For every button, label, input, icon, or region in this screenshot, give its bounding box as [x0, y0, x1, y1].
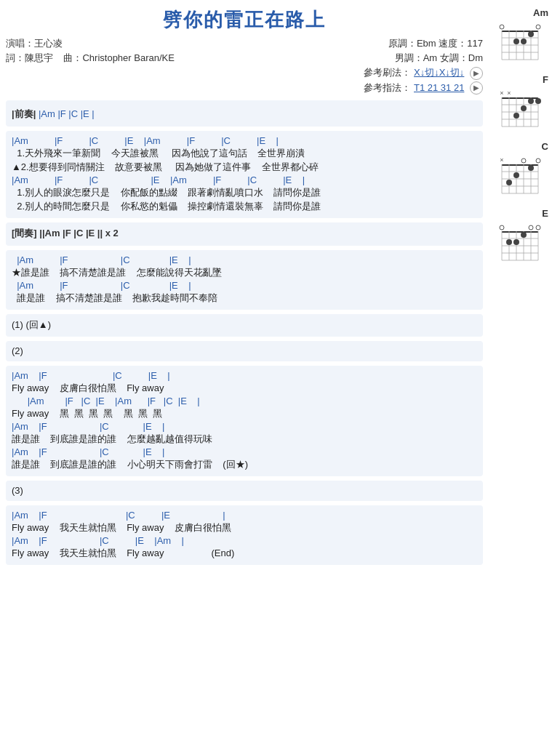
- line-part2-4: |Am |F |C |E |: [12, 421, 477, 432]
- section-part3-header: (3): [6, 481, 483, 501]
- svg-point-13: [513, 39, 519, 44]
- line-part3-3: Fly away 我天生就怕黑 Fly away (End): [12, 547, 477, 560]
- line-verse1-5: 2.別人的時間怎麼只是 你私慾的魁儡 操控劇情還裝無辜 請問你是誰: [12, 200, 477, 213]
- line-part2-2: |Am |F |C |E |Am |F |C |E |: [12, 396, 477, 406]
- sections-container: |Am |F |C |E |Am |F |C |E | 1.天外飛來一筆新聞 今…: [6, 131, 483, 565]
- chord-diagrams-panel: AmF××C×E: [489, 7, 554, 569]
- svg-rect-53: [502, 231, 538, 233]
- pick-line: 參考指法： T1 21 31 21 ▶: [323, 81, 483, 95]
- song-title: 劈你的雷正在路上: [6, 7, 483, 33]
- strum-play-button[interactable]: ▶: [470, 67, 483, 80]
- svg-point-12: [500, 25, 504, 29]
- svg-point-31: [513, 113, 519, 119]
- section-interlude: [間奏] ||Am |F |C |E || x 2: [6, 222, 483, 246]
- line-part2-7: 誰是誰 到底誰是誰的誰 小心明天下雨會打雷 (回★): [12, 458, 477, 471]
- line-part2-header-0: (2): [12, 345, 477, 356]
- svg-point-51: [528, 165, 534, 171]
- svg-text:×: ×: [507, 89, 511, 97]
- line-verse1-0: |Am |F |C |E |Am |F |C |E |: [12, 135, 477, 146]
- svg-point-49: [513, 172, 519, 178]
- line-part2-5: 誰是誰 到底誰是誰的誰 怎麼越亂越值得玩味: [12, 433, 477, 446]
- svg-rect-0: [502, 31, 538, 32]
- chord-diagram-am: Am: [492, 7, 554, 64]
- svg-point-67: [513, 239, 519, 245]
- svg-text:×: ×: [500, 156, 503, 164]
- line-part3-2: |Am |F |C |E |Am |: [12, 535, 477, 546]
- line-chorus-3: 誰是誰 搞不清楚誰是誰 抱歉我趁時間不奉陪: [12, 292, 477, 305]
- svg-point-48: [506, 180, 512, 185]
- key-line: 男調：Am 女調：Dm: [323, 52, 483, 65]
- svg-text:×: ×: [500, 89, 503, 97]
- lyricist-label: 詞：陳思宇: [6, 52, 53, 63]
- line-part3-1: Fly away 我天生就怕黑 Fly away 皮膚白很怕黑: [12, 521, 477, 534]
- line-chorus-2: |Am |F |C |E |: [12, 280, 477, 291]
- intro-line: |前奏| |Am |F |C |E |: [12, 108, 477, 121]
- svg-point-65: [500, 225, 504, 230]
- pick-pattern[interactable]: T1 21 31 21: [414, 82, 464, 93]
- svg-rect-17: [502, 97, 538, 99]
- line-part2-0: |Am |F |C |E |: [12, 370, 477, 381]
- credits-line: 詞：陳思宇 曲：Christopher Baran/KE: [6, 52, 323, 65]
- line-part3-header-0: (3): [12, 485, 477, 496]
- svg-point-15: [528, 31, 534, 37]
- svg-point-16: [536, 25, 540, 29]
- section-verse1: |Am |F |C |E |Am |F |C |E | 1.天外飛來一筆新聞 今…: [6, 131, 483, 218]
- line-part2-3: Fly away 黑 黑 黑 黑 黑 黑 黑: [12, 407, 477, 420]
- svg-point-34: [535, 98, 541, 104]
- svg-rect-35: [502, 164, 538, 166]
- chord-diagram-f: F××: [492, 74, 554, 131]
- strum-pattern[interactable]: X↓切↓X↓切↓: [414, 67, 464, 78]
- svg-point-14: [521, 39, 527, 44]
- chord-name-e: E: [492, 208, 554, 219]
- line-part2-1: Fly away 皮膚白很怕黑 Fly away: [12, 382, 477, 395]
- line-chorus-1: ★誰是誰 搞不清楚誰是誰 怎麼能說得天花亂墜: [12, 266, 477, 279]
- svg-point-68: [521, 232, 527, 238]
- section-repeat: (1) (回▲): [6, 314, 483, 337]
- chord-diagram-c: C×: [492, 141, 554, 198]
- chord-name-f: F: [492, 74, 554, 85]
- line-verse1-4: 1.別人的眼淚怎麼只是 你配飯的點綴 跟著劇情亂噴口水 請問你是誰: [12, 186, 477, 199]
- section-chorus: |Am |F |C |E |★誰是誰 搞不清楚誰是誰 怎麼能說得天花亂墜 |Am…: [6, 250, 483, 310]
- chord-name-am: Am: [492, 7, 554, 18]
- line-interlude-0: [間奏] ||Am |F |C |E || x 2: [12, 227, 477, 240]
- chord-name-c: C: [492, 141, 554, 152]
- line-repeat-0: (1) (回▲): [12, 318, 477, 332]
- svg-point-66: [506, 239, 512, 245]
- chord-diagram-e: E: [492, 208, 554, 265]
- svg-point-52: [536, 159, 540, 163]
- line-verse1-2: ▲2.想要得到同情關注 故意要被黑 因為她做了這件事 全世界都心碎: [12, 161, 477, 174]
- strum-line: 參考刷法： X↓切↓X↓切↓ ▶: [323, 66, 483, 80]
- line-part3-0: |Am |F |C |E |: [12, 510, 477, 521]
- svg-point-69: [529, 225, 533, 230]
- section-part2-header: (2): [6, 341, 483, 361]
- pick-play-button[interactable]: ▶: [470, 81, 483, 95]
- svg-point-70: [536, 225, 540, 230]
- svg-point-33: [528, 98, 534, 104]
- key-tempo-line: 原調：Ebm 速度：117: [323, 37, 483, 50]
- section-part3: |Am |F |C |E |Fly away 我天生就怕黑 Fly away 皮…: [6, 505, 483, 565]
- line-verse1-1: 1.天外飛來一筆新聞 今天誰被黑 因為他說了這句話 全世界崩潰: [12, 147, 477, 160]
- section-part2: |Am |F |C |E |Fly away 皮膚白很怕黑 Fly away |…: [6, 366, 483, 476]
- svg-point-32: [521, 105, 527, 111]
- singer-line: 演唱：王心凌: [6, 37, 323, 50]
- composer-label: 曲：Christopher Baran/KE: [63, 52, 174, 63]
- line-part2-6: |Am |F |C |E |: [12, 446, 477, 457]
- line-chorus-0: |Am |F |C |E |: [12, 254, 477, 265]
- line-verse1-3: |Am |F |C |E |Am |F |C |E |: [12, 175, 477, 185]
- svg-point-50: [521, 159, 526, 163]
